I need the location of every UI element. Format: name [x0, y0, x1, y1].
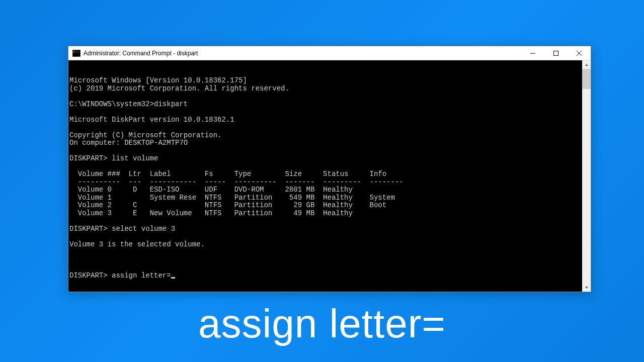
terminal-output[interactable]: Microsoft Windows [Version 10.0.18362.17… [68, 60, 591, 292]
svg-rect-1 [554, 51, 558, 55]
command-prompt-window: Administrator: Command Prompt - diskpart… [68, 46, 591, 292]
current-input: assign letter= [112, 272, 171, 280]
svg-marker-5 [585, 287, 588, 289]
scroll-down-button[interactable] [582, 283, 591, 292]
cmd-icon [72, 50, 80, 57]
titlebar[interactable]: Administrator: Command Prompt - diskpart [68, 46, 591, 60]
scrollbar-thumb[interactable] [582, 69, 591, 89]
minimize-button[interactable] [521, 46, 544, 60]
prompt: DISKPART> [69, 272, 112, 280]
text-cursor [171, 277, 175, 279]
svg-marker-4 [585, 64, 588, 66]
maximize-button[interactable] [544, 46, 568, 60]
window-title: Administrator: Command Prompt - diskpart [84, 50, 521, 57]
scroll-up-button[interactable] [582, 60, 591, 69]
vertical-scrollbar[interactable] [582, 60, 591, 292]
window-controls [521, 46, 591, 60]
caption-overlay: assign letter= [0, 301, 644, 347]
close-button[interactable] [568, 46, 591, 60]
scrollbar-track[interactable] [582, 89, 591, 283]
